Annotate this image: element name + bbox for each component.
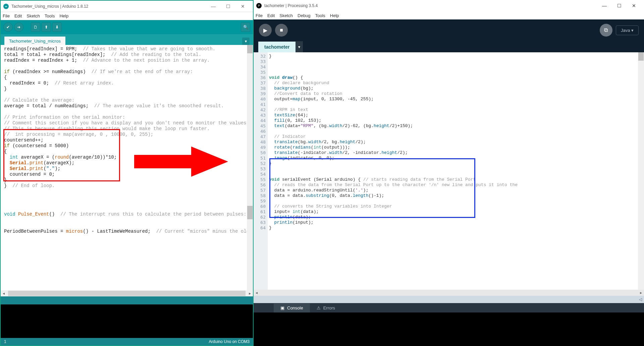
menu-file[interactable]: File (3, 13, 10, 18)
svg-marker-0 (134, 147, 228, 177)
arduino-statusbar (1, 296, 253, 304)
tab-dropdown-icon[interactable]: ▾ (296, 41, 303, 52)
arduino-code[interactable]: readings[readIndex] = RPM; // Takes the … (1, 45, 253, 236)
processing-tab[interactable]: tachometer (258, 42, 296, 52)
arduino-titlebar: ∞ Tachometer_Using_micros | Arduino 1.8.… (1, 1, 253, 12)
run-button[interactable]: ▶ (259, 24, 272, 37)
console-icon: ▣ (280, 305, 284, 310)
errors-tab-label: Errors (323, 305, 335, 310)
menu-sketch[interactable]: Sketch (279, 13, 293, 18)
warning-icon: ⚠ (317, 305, 321, 310)
scroll-right-icon[interactable]: ▸ (638, 290, 644, 295)
arduino-tabstrip: Tachometer_Using_micros ▾ (1, 34, 253, 45)
scrollbar-thumb-h[interactable] (8, 291, 246, 296)
processing-editor[interactable]: 32 33 34 35 36 37 38 39 40 41 42 43 44 4… (254, 52, 644, 290)
processing-titlebar: P tachometer | Processing 3.5.4 — ☐ ✕ (254, 0, 644, 11)
arduino-toolbar: ✔ ➜ 🗋 ⬆ ⬇ 🔍 (1, 20, 253, 34)
errors-tab[interactable]: ⚠ Errors (310, 303, 342, 312)
menu-tools[interactable]: Tools (315, 13, 325, 18)
scroll-left-icon[interactable]: ◂ (1, 290, 7, 296)
status-icon: ◁ (639, 297, 642, 302)
serial-monitor-button[interactable]: 🔍 (241, 22, 250, 32)
menu-debug[interactable]: Debug (298, 13, 310, 18)
menu-edit[interactable]: Edit (14, 13, 22, 18)
menu-help[interactable]: Help (330, 13, 339, 18)
close-button[interactable]: ✕ (627, 1, 641, 10)
processing-scrollbar-h[interactable]: ◂ ▸ (254, 290, 644, 296)
menu-sketch[interactable]: Sketch (26, 13, 40, 18)
upload-button[interactable]: ➜ (14, 22, 23, 32)
tab-dropdown-icon[interactable]: ▾ (242, 38, 250, 45)
maximize-button[interactable]: ☐ (612, 1, 627, 10)
processing-window: P tachometer | Processing 3.5.4 — ☐ ✕ Fi… (254, 0, 644, 346)
open-button[interactable]: ⬆ (42, 22, 51, 32)
minimize-button[interactable]: — (206, 2, 221, 11)
processing-code[interactable]: } void draw() { // declare backgorund ba… (268, 52, 644, 290)
new-button[interactable]: 🗋 (31, 22, 40, 32)
processing-scrollbar-v[interactable] (638, 52, 644, 290)
arduino-title: Tachometer_Using_micros | Arduino 1.8.12 (11, 4, 206, 9)
board-port-label: Arduino Uno on COM3 (209, 339, 250, 344)
scrollbar-thumb[interactable] (247, 206, 253, 219)
console-tab[interactable]: ▣ Console (274, 303, 310, 312)
processing-bottom-tabbar: ▣ Console ⚠ Errors (254, 303, 644, 312)
processing-toolbar: ▶ ■ ⧉ Java ▾ (254, 19, 644, 41)
debug-button[interactable]: ⧉ (600, 24, 612, 37)
minimize-button[interactable]: — (597, 1, 612, 10)
menu-file[interactable]: File (256, 13, 263, 18)
processing-statusbar: ◁ (254, 296, 644, 303)
arduino-scrollbar-v[interactable] (247, 45, 253, 290)
processing-menubar: File Edit Sketch Debug Tools Help (254, 11, 644, 19)
processing-tabstrip: tachometer ▾ (254, 41, 644, 52)
close-button[interactable]: ✕ (235, 2, 250, 11)
arduino-menubar: File Edit Sketch Tools Help (1, 12, 253, 20)
save-button[interactable]: ⬇ (52, 22, 62, 32)
scrollbar-thumb[interactable] (247, 45, 253, 53)
menu-edit[interactable]: Edit (267, 13, 275, 18)
menu-tools[interactable]: Tools (45, 13, 55, 18)
line-gutter: 32 33 34 35 36 37 38 39 40 41 42 43 44 4… (254, 52, 268, 290)
red-arrow-icon (134, 145, 228, 178)
processing-console[interactable] (254, 312, 644, 346)
arduino-scrollbar-h[interactable]: ◂ ▸ (1, 290, 253, 296)
arduino-tab[interactable]: Tachometer_Using_micros (4, 36, 66, 45)
arduino-logo-icon: ∞ (3, 4, 9, 9)
maximize-button[interactable]: ☐ (221, 2, 235, 11)
processing-title: tachometer | Processing 3.5.4 (264, 3, 597, 8)
mode-selector[interactable]: Java ▾ (616, 25, 639, 35)
verify-button[interactable]: ✔ (3, 22, 13, 32)
menu-help[interactable]: Help (59, 13, 68, 18)
arduino-footer: 1 Arduino Uno on COM3 (1, 338, 253, 345)
line-number: 1 (4, 339, 6, 344)
arduino-console[interactable] (1, 304, 253, 338)
scroll-left-icon[interactable]: ◂ (254, 290, 260, 295)
scroll-right-icon[interactable]: ▸ (247, 290, 253, 296)
stop-button[interactable]: ■ (275, 24, 288, 37)
processing-logo-icon: P (256, 3, 262, 8)
console-tab-label: Console (287, 305, 303, 310)
scrollbar-thumb[interactable] (638, 52, 644, 61)
